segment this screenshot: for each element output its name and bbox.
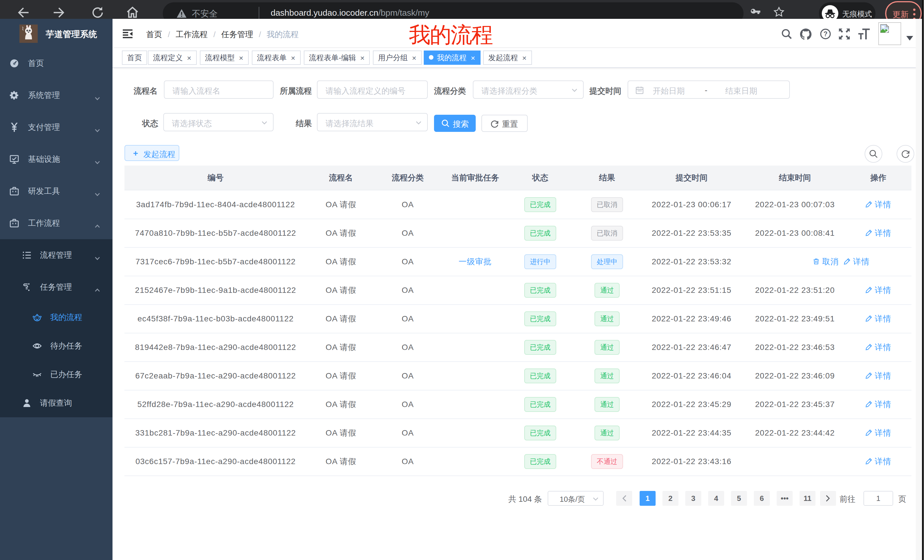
svg-text:?: ? xyxy=(824,30,828,38)
